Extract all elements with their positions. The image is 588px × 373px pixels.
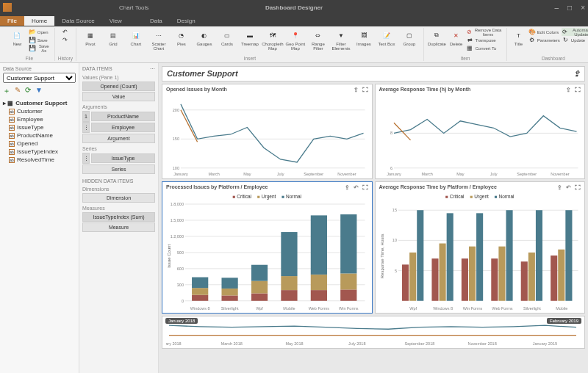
svg-text:900: 900 — [177, 250, 184, 255]
app-icon — [3, 3, 12, 12]
svg-rect-88 — [558, 250, 564, 301]
arg-handle-1[interactable]: 1 — [82, 111, 90, 122]
tree-root[interactable]: ▸ ▦Customer Support — [3, 99, 76, 107]
save-button[interactable]: 💾Save — [28, 36, 51, 44]
insert-pivot[interactable]: ▦Pivot — [79, 28, 101, 48]
export-icon[interactable]: ⇪ — [345, 184, 350, 191]
open-button[interactable]: 📂Open — [28, 28, 51, 36]
ds-edit-icon[interactable]: ✎ — [15, 86, 21, 96]
svg-rect-56 — [340, 289, 356, 300]
insert-chart[interactable]: 📊Chart — [125, 28, 147, 48]
di-argument-2[interactable]: Employee — [91, 123, 155, 132]
svg-rect-58 — [340, 214, 356, 274]
ds-filter-icon[interactable]: ▼ — [35, 86, 43, 96]
insert-scatter-chart[interactable]: ⋯Scatter Chart — [148, 28, 170, 52]
convert-button[interactable]: ▦Convert To — [465, 44, 503, 52]
maximize-icon[interactable]: ⛶ — [362, 184, 368, 191]
di-options-icon[interactable]: ⋯ — [150, 66, 155, 72]
redo-button[interactable]: ↷ — [61, 36, 70, 44]
insert-treemap[interactable]: ▬Treemap — [239, 28, 261, 48]
transpose-button[interactable]: ⇄Transpose — [465, 36, 503, 44]
minimize-button[interactable]: – — [555, 4, 559, 12]
field-employee[interactable]: abEmployee — [3, 115, 76, 123]
tab-file[interactable]: File — [0, 16, 24, 26]
undo-button[interactable]: ↶ — [61, 28, 70, 36]
svg-rect-37 — [192, 288, 208, 295]
insert-images[interactable]: 🖼Images — [353, 28, 375, 48]
undo-icon[interactable]: ↶ — [354, 184, 359, 191]
new-button[interactable]: 📄New — [7, 28, 27, 48]
duplicate-button[interactable]: ⧉Duplicate — [427, 28, 447, 48]
svg-rect-84 — [528, 253, 534, 301]
insert-choropleth-map[interactable]: 🗺Choropleth Map — [262, 28, 284, 52]
data-source-panel: Data Source Customer Support ＋ ✎ ⟳ ▼ ▸ ▦… — [0, 63, 79, 373]
export-icon[interactable]: ⇪ — [354, 87, 359, 93]
maximize-icon[interactable]: ⛶ — [575, 184, 581, 191]
export-icon[interactable]: ⇪ — [573, 69, 580, 79]
svg-rect-50 — [281, 232, 297, 276]
remove-data-items-button[interactable]: ⊘Remove Data Items — [465, 28, 503, 36]
range-filter-icon: ⇔ — [312, 29, 324, 41]
arg-handle-2[interactable]: ⋮ — [82, 122, 90, 133]
insert-text-box[interactable]: 📝Text Box — [376, 28, 398, 48]
di-value-item[interactable]: Opened (Count) — [82, 82, 155, 91]
di-add-series[interactable]: Series — [82, 164, 155, 174]
undo-icon[interactable]: ↶ — [566, 184, 571, 191]
ds-refresh-icon[interactable]: ⟳ — [25, 86, 31, 96]
ribbon-tabs: File Home Data Source View Data Design — [0, 15, 588, 26]
tab-view[interactable]: View — [102, 16, 129, 26]
insert-group[interactable]: ▢Group — [398, 28, 420, 48]
di-add-value[interactable]: Value — [82, 92, 155, 101]
svg-text:July 2018: July 2018 — [348, 341, 366, 346]
maximize-button[interactable]: □ — [567, 4, 572, 12]
field-issuetype[interactable]: abIssueType — [3, 123, 76, 131]
di-add-dimension[interactable]: Dimension — [82, 193, 155, 203]
update-button[interactable]: ↻Update — [562, 36, 588, 44]
field-productname[interactable]: abProductName — [3, 131, 76, 140]
tab-data[interactable]: Data — [143, 16, 170, 26]
field-resolvedtime[interactable]: abResolvedTime — [3, 156, 76, 164]
field-issuetypeindex[interactable]: abIssueTypeIndex — [3, 148, 76, 156]
insert-cards[interactable]: ▭Cards — [216, 28, 238, 48]
tab-design[interactable]: Design — [170, 16, 203, 26]
di-measure-1[interactable]: IssueTypeIndex (Sum) — [82, 212, 155, 222]
field-customer[interactable]: abCustomer — [3, 107, 76, 115]
saveas-button[interactable]: 💾Save As — [28, 44, 51, 52]
svg-text:5: 5 — [394, 269, 396, 273]
insert-pies[interactable]: ◔Pies — [171, 28, 193, 48]
card-opened-issues[interactable]: Opened Issues by Month ⇪⛶ 100150200Janua… — [162, 84, 373, 179]
maximize-icon[interactable]: ⛶ — [362, 87, 368, 93]
insert-grid[interactable]: ▤Grid — [102, 28, 124, 48]
parameters-button[interactable]: ⚙Parameters — [528, 36, 561, 44]
ds-select[interactable]: Customer Support — [3, 73, 76, 83]
title-bar: Chart Tools Dashboard Designer – □ × — [0, 0, 588, 15]
insert-gauges[interactable]: ◐Gauges — [193, 28, 215, 48]
series-handle[interactable]: ⋮ — [82, 153, 90, 164]
field-opened[interactable]: abOpened — [3, 140, 76, 148]
insert-filter-elements[interactable]: ▼Filter Elements — [330, 28, 352, 52]
di-series-1[interactable]: IssueType — [91, 153, 155, 163]
export-icon[interactable]: ⇪ — [566, 87, 571, 93]
tab-home[interactable]: Home — [24, 16, 54, 26]
card-range-filter[interactable]: January 2018 February 2019 January 2018M… — [162, 316, 585, 349]
maximize-icon[interactable]: ⛶ — [575, 87, 581, 93]
chart-line-1: 100150200JanuaryMarchMayJulySeptemberNov… — [166, 95, 368, 178]
di-add-argument[interactable]: Argument — [82, 134, 155, 143]
tools-tab-label: Chart Tools — [119, 4, 148, 11]
auto-updates-button[interactable]: ⟳Automatic Updates — [562, 28, 588, 36]
group-title-insert: Insert — [244, 56, 256, 61]
dash-title-button[interactable]: TTitle — [510, 28, 527, 48]
card-avg-response-month[interactable]: Average Response Time (h) by Month ⇪⛶ 68… — [375, 84, 586, 179]
edit-colors-button[interactable]: 🎨Edit Colors — [528, 28, 561, 36]
insert-geo-point-map[interactable]: 📍Geo Point Map — [284, 28, 306, 52]
close-button[interactable]: × — [581, 4, 585, 12]
card-processed-issues[interactable]: Processed Issues by Platform / Employee … — [162, 181, 373, 314]
ds-add-icon[interactable]: ＋ — [3, 86, 10, 96]
di-add-measure[interactable]: Measure — [82, 222, 155, 232]
card-avg-response-platform[interactable]: Average Response Time by Platform / Empl… — [375, 181, 586, 314]
tab-data-source[interactable]: Data Source — [54, 16, 101, 26]
di-argument-1[interactable]: ProductName — [91, 112, 155, 121]
insert-range-filter[interactable]: ⇔Range Filter — [307, 28, 329, 52]
export-icon[interactable]: ⇪ — [557, 184, 562, 191]
delete-button[interactable]: ✕Delete — [448, 28, 465, 48]
